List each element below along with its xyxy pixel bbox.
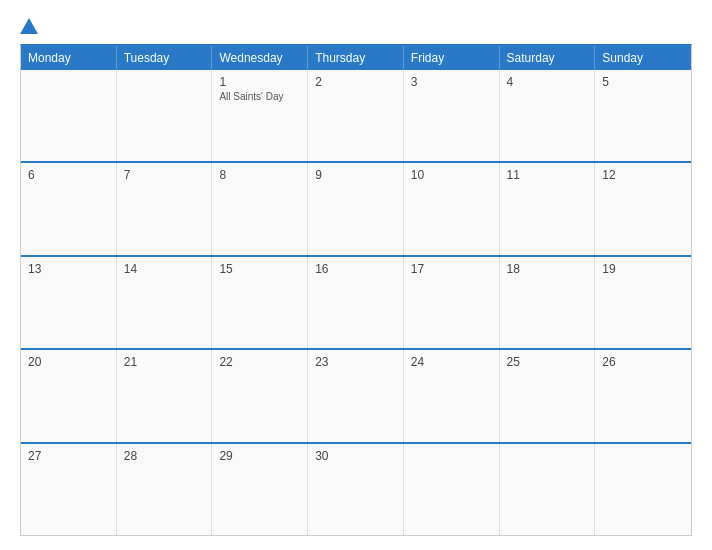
calendar-body: 1All Saints' Day234567891011121314151617… (21, 70, 691, 535)
calendar-cell: 2 (308, 70, 404, 161)
day-number: 23 (315, 355, 396, 369)
calendar-cell: 13 (21, 257, 117, 348)
day-number: 17 (411, 262, 492, 276)
day-number: 22 (219, 355, 300, 369)
calendar-cell (404, 444, 500, 535)
day-number: 19 (602, 262, 684, 276)
weekday-header-friday: Friday (404, 46, 500, 70)
calendar-week-3: 13141516171819 (21, 257, 691, 350)
calendar-cell: 29 (212, 444, 308, 535)
day-number: 10 (411, 168, 492, 182)
calendar-cell (21, 70, 117, 161)
calendar-page: MondayTuesdayWednesdayThursdayFridaySatu… (0, 0, 712, 550)
calendar-cell: 9 (308, 163, 404, 254)
day-number: 9 (315, 168, 396, 182)
calendar-cell: 19 (595, 257, 691, 348)
weekday-header-tuesday: Tuesday (117, 46, 213, 70)
calendar-cell: 28 (117, 444, 213, 535)
calendar-grid: MondayTuesdayWednesdayThursdayFridaySatu… (20, 44, 692, 536)
day-number: 13 (28, 262, 109, 276)
day-number: 30 (315, 449, 396, 463)
logo-triangle-icon (20, 18, 38, 34)
day-number: 6 (28, 168, 109, 182)
calendar-cell: 22 (212, 350, 308, 441)
day-number: 12 (602, 168, 684, 182)
calendar-cell: 8 (212, 163, 308, 254)
weekday-header-wednesday: Wednesday (212, 46, 308, 70)
day-number: 20 (28, 355, 109, 369)
day-number: 2 (315, 75, 396, 89)
day-number: 11 (507, 168, 588, 182)
calendar-cell: 5 (595, 70, 691, 161)
calendar-cell: 18 (500, 257, 596, 348)
calendar-cell (595, 444, 691, 535)
calendar-cell: 27 (21, 444, 117, 535)
calendar-cell: 11 (500, 163, 596, 254)
day-number: 24 (411, 355, 492, 369)
calendar-cell: 16 (308, 257, 404, 348)
day-number: 21 (124, 355, 205, 369)
calendar-cell: 6 (21, 163, 117, 254)
weekday-header-row: MondayTuesdayWednesdayThursdayFridaySatu… (21, 46, 691, 70)
day-number: 15 (219, 262, 300, 276)
calendar-week-4: 20212223242526 (21, 350, 691, 443)
calendar-cell: 20 (21, 350, 117, 441)
day-number: 25 (507, 355, 588, 369)
day-number: 5 (602, 75, 684, 89)
calendar-week-1: 1All Saints' Day2345 (21, 70, 691, 163)
calendar-cell: 25 (500, 350, 596, 441)
day-number: 7 (124, 168, 205, 182)
day-number: 18 (507, 262, 588, 276)
day-number: 3 (411, 75, 492, 89)
weekday-header-monday: Monday (21, 46, 117, 70)
calendar-cell: 4 (500, 70, 596, 161)
day-number: 1 (219, 75, 300, 89)
calendar-cell: 24 (404, 350, 500, 441)
day-number: 16 (315, 262, 396, 276)
calendar-week-2: 6789101112 (21, 163, 691, 256)
page-header (20, 18, 692, 34)
calendar-week-5: 27282930 (21, 444, 691, 535)
calendar-cell: 1All Saints' Day (212, 70, 308, 161)
calendar-cell: 17 (404, 257, 500, 348)
day-number: 28 (124, 449, 205, 463)
calendar-cell: 12 (595, 163, 691, 254)
calendar-cell: 14 (117, 257, 213, 348)
weekday-header-saturday: Saturday (500, 46, 596, 70)
logo (20, 18, 44, 34)
calendar-cell: 7 (117, 163, 213, 254)
calendar-cell: 15 (212, 257, 308, 348)
day-number: 27 (28, 449, 109, 463)
calendar-cell: 3 (404, 70, 500, 161)
calendar-cell: 30 (308, 444, 404, 535)
weekday-header-thursday: Thursday (308, 46, 404, 70)
calendar-cell: 26 (595, 350, 691, 441)
day-number: 26 (602, 355, 684, 369)
day-number: 29 (219, 449, 300, 463)
calendar-cell: 21 (117, 350, 213, 441)
day-number: 4 (507, 75, 588, 89)
calendar-cell (117, 70, 213, 161)
calendar-cell: 23 (308, 350, 404, 441)
weekday-header-sunday: Sunday (595, 46, 691, 70)
calendar-cell (500, 444, 596, 535)
day-number: 8 (219, 168, 300, 182)
calendar-cell: 10 (404, 163, 500, 254)
day-event: All Saints' Day (219, 91, 300, 102)
day-number: 14 (124, 262, 205, 276)
